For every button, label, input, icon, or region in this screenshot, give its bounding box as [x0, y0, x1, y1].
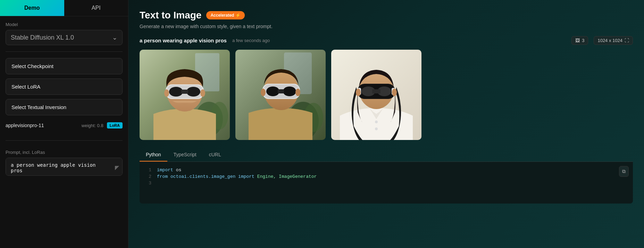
lora-badge: LoRA [107, 122, 123, 129]
code-line-3: 3 [147, 181, 626, 186]
code-line-1: 1 import os [147, 167, 626, 173]
divider-2 [6, 140, 123, 141]
main-subtitle: Generate a new image with custom style, … [140, 24, 633, 29]
svg-point-28 [261, 89, 266, 96]
code-section: Python TypeScript cURL ⧉ 1 import os 2 f… [140, 148, 633, 204]
code-block: ⧉ 1 import os 2 from octoai.clients.imag… [140, 162, 633, 204]
timestamp: a few seconds ago [232, 38, 270, 43]
api-tab[interactable]: API [64, 0, 128, 16]
image-size-badge: 1024 x 1024 ⛶ [594, 36, 633, 45]
model-label: Model [6, 22, 123, 27]
prompt-input-wrap: a person wearing apple vision pros ◤ [6, 158, 123, 177]
page-title: Text to Image [140, 10, 201, 21]
demo-tab[interactable]: Demo [0, 0, 64, 16]
svg-point-42 [375, 127, 378, 130]
tab-row: Demo API [0, 0, 128, 16]
select-checkpoint-button[interactable]: Select Checkpoint [6, 58, 123, 74]
prompt-label: Prompt, incl. LoRas [6, 150, 123, 155]
svg-point-14 [200, 89, 205, 97]
lora-item: applevisionpro-11 weight: 0.8 LoRA [0, 119, 128, 134]
svg-point-23 [266, 86, 279, 96]
model-select[interactable]: Stable Diffusion XL 1.0 ⌄ [6, 30, 123, 45]
select-lora-button[interactable]: Select LoRA [6, 78, 123, 95]
image-count-icon: 🖼 [575, 38, 580, 43]
model-value: Stable Diffusion XL 1.0 [11, 34, 74, 41]
prompt-input[interactable]: a person wearing apple vision pros [6, 158, 123, 176]
image-count-badge: 🖼 3 [571, 36, 588, 45]
resize-icon: ⛶ [625, 38, 629, 43]
python-tab[interactable]: Python [140, 148, 167, 162]
model-section: Model Stable Diffusion XL 1.0 ⌄ [0, 16, 128, 45]
svg-point-13 [164, 89, 169, 97]
divider-1 [6, 51, 123, 52]
image-size: 1024 x 1024 [597, 38, 622, 43]
main-header: Text to Image Accelerated ⚡ [140, 10, 633, 21]
lora-weight: weight: 0.8 [82, 123, 103, 128]
prompt-display-text: a person wearing apple vision pros [140, 38, 227, 43]
svg-point-8 [169, 87, 183, 97]
code-content-2: from octoai.clients.image_gen import Eng… [157, 174, 317, 179]
svg-point-40 [392, 89, 397, 96]
generated-image-3[interactable] [331, 50, 421, 140]
main-content: Text to Image Accelerated ⚡ Generate a n… [128, 0, 644, 248]
typescript-tab[interactable]: TypeScript [167, 148, 203, 162]
svg-rect-10 [181, 90, 188, 94]
line-num-3: 3 [147, 181, 151, 186]
svg-rect-25 [278, 89, 284, 93]
curl-tab[interactable]: cURL [203, 148, 227, 162]
svg-point-24 [283, 86, 296, 96]
line-num-1: 1 [147, 167, 151, 173]
prompt-meta: a person wearing apple vision pros a few… [140, 36, 633, 45]
svg-point-41 [375, 121, 378, 123]
accelerated-badge: Accelerated ⚡ [206, 11, 244, 19]
svg-rect-36 [372, 89, 380, 93]
image-count: 3 [582, 38, 584, 43]
svg-point-39 [356, 89, 361, 96]
chevron-down-icon: ⌄ [112, 34, 117, 41]
images-row [140, 50, 633, 140]
sidebar: Demo API Model Stable Diffusion XL 1.0 ⌄… [0, 0, 128, 248]
code-tabs: Python TypeScript cURL [140, 148, 633, 162]
code-line-2: 2 from octoai.clients.image_gen import E… [147, 174, 626, 179]
prompt-section: Prompt, incl. LoRas a person wearing app… [0, 147, 128, 183]
svg-point-9 [186, 87, 200, 97]
code-content-1: import os [157, 167, 181, 173]
lora-name: applevisionpro-11 [6, 123, 78, 128]
line-num-2: 2 [147, 174, 151, 179]
generated-image-2[interactable] [235, 50, 326, 140]
copy-icon: ◤ [115, 164, 119, 171]
generated-image-1[interactable] [140, 50, 230, 140]
svg-point-29 [295, 89, 300, 96]
select-textual-inversion-button[interactable]: Select Textual Inversion [6, 99, 123, 115]
copy-code-button[interactable]: ⧉ [619, 166, 629, 177]
